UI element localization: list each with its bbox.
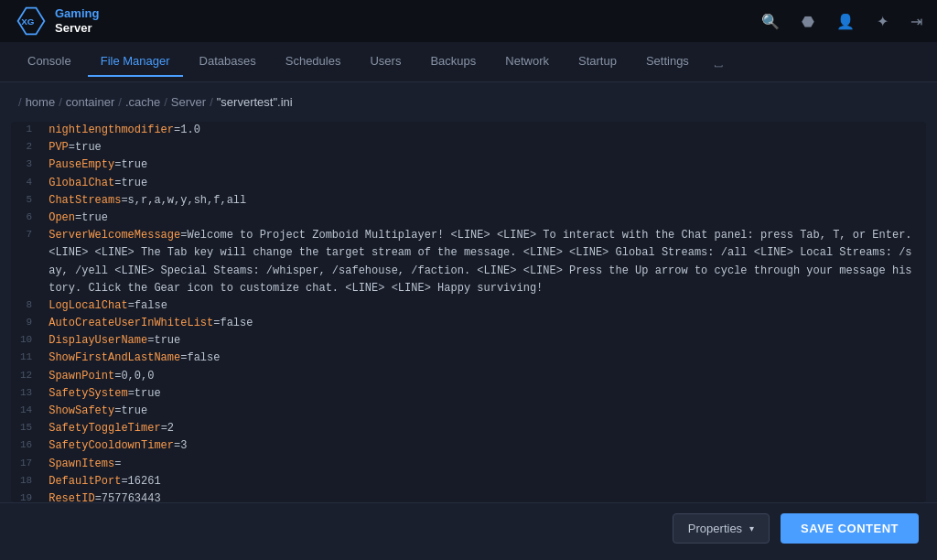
table-row: 8LogLocalChat=false — [11, 297, 926, 315]
line-content: PVP=true — [45, 139, 926, 156]
table-row: 4GlobalChat=true — [11, 175, 926, 192]
external-link-icon[interactable]: ⎵ — [705, 48, 731, 77]
line-content: ServerWelcomeMessage=Welcome to Project … — [45, 227, 926, 297]
code-table: 1nightlengthmodifier=1.02PVP=true3PauseE… — [11, 122, 926, 502]
breadcrumb: / home / container / .cache / Server / "… — [0, 82, 937, 122]
tab-settings[interactable]: Settings — [633, 47, 702, 77]
tab-startup[interactable]: Startup — [565, 47, 630, 77]
breadcrumb-root-sep: / — [18, 95, 22, 109]
table-row: 12SpawnPoint=0,0,0 — [11, 368, 926, 385]
network-icon[interactable]: ✦ — [877, 13, 889, 30]
footer: Properties ▾ SAVE CONTENT — [0, 502, 937, 554]
line-number: 9 — [11, 315, 45, 332]
line-content: DisplayUserName=true — [45, 332, 926, 350]
table-row: 10DisplayUserName=true — [11, 332, 926, 350]
breadcrumb-server[interactable]: Server — [171, 95, 206, 109]
logo: XG Gaming Server — [15, 5, 99, 38]
line-number: 12 — [11, 368, 45, 385]
line-number: 14 — [11, 403, 45, 420]
breadcrumb-cache[interactable]: .cache — [125, 95, 160, 109]
table-row: 2PVP=true — [11, 139, 926, 156]
line-content: SpawnItems= — [45, 456, 926, 473]
line-number: 11 — [11, 350, 45, 367]
line-content: Open=true — [45, 210, 926, 227]
line-content: nightlengthmodifier=1.0 — [45, 122, 926, 139]
table-row: 11ShowFirstAndLastName=false — [11, 350, 926, 367]
line-number: 13 — [11, 385, 45, 403]
line-number: 16 — [11, 437, 45, 455]
line-number: 3 — [11, 156, 45, 174]
table-row: 7ServerWelcomeMessage=Welcome to Project… — [11, 227, 926, 297]
table-row: 6Open=true — [11, 210, 926, 227]
line-content: DefaultPort=16261 — [45, 473, 926, 490]
table-row: 1nightlengthmodifier=1.0 — [11, 122, 926, 139]
table-row: 17SpawnItems= — [11, 456, 926, 473]
line-number: 7 — [11, 227, 45, 297]
line-number: 15 — [11, 420, 45, 437]
line-number: 2 — [11, 139, 45, 156]
line-content: ChatStreams=s,r,a,w,y,sh,f,all — [45, 192, 926, 210]
svg-text:XG: XG — [21, 16, 35, 27]
tab-console[interactable]: Console — [15, 47, 84, 77]
breadcrumb-home[interactable]: home — [26, 95, 56, 109]
tab-file-manager[interactable]: File Manager — [88, 47, 183, 77]
top-navbar: XG Gaming Server 🔍 ⬣ 👤 ✦ ⇥ — [0, 0, 937, 42]
line-content: LogLocalChat=false — [45, 297, 926, 315]
tab-users[interactable]: Users — [357, 47, 414, 77]
table-row: 13SafetySystem=true — [11, 385, 926, 403]
line-number: 6 — [11, 210, 45, 227]
line-content: SafetySystem=true — [45, 385, 926, 403]
line-content: ShowFirstAndLastName=false — [45, 350, 926, 367]
search-icon[interactable]: 🔍 — [761, 13, 780, 30]
line-content: GlobalChat=true — [45, 175, 926, 192]
line-number: 17 — [11, 456, 45, 473]
table-row: 9AutoCreateUserInWhiteList=false — [11, 315, 926, 332]
editor-scroll-area[interactable]: 1nightlengthmodifier=1.02PVP=true3PauseE… — [11, 122, 926, 502]
tab-databases[interactable]: Databases — [187, 47, 269, 77]
line-number: 18 — [11, 473, 45, 490]
line-content: ResetID=757763443 — [45, 490, 926, 502]
tab-network[interactable]: Network — [492, 47, 562, 77]
secondary-navbar: Console File Manager Databases Schedules… — [0, 42, 937, 82]
user-icon[interactable]: 👤 — [836, 13, 855, 30]
save-content-button[interactable]: SAVE CONTENT — [781, 513, 919, 544]
line-content: PauseEmpty=true — [45, 156, 926, 174]
line-content: AutoCreateUserInWhiteList=false — [45, 315, 926, 332]
line-content: SpawnPoint=0,0,0 — [45, 368, 926, 385]
file-editor: 1nightlengthmodifier=1.02PVP=true3PauseE… — [11, 122, 926, 502]
chevron-down-icon: ▾ — [749, 523, 754, 533]
line-number: 5 — [11, 192, 45, 210]
breadcrumb-container[interactable]: container — [66, 95, 114, 109]
line-number: 10 — [11, 332, 45, 350]
logo-text: Gaming Server — [55, 6, 99, 35]
logout-icon[interactable]: ⇥ — [910, 13, 922, 30]
tab-backups[interactable]: Backups — [417, 47, 489, 77]
breadcrumb-file: "servertest".ini — [217, 95, 293, 109]
table-row: 5ChatStreams=s,r,a,w,y,sh,f,all — [11, 192, 926, 210]
table-row: 19ResetID=757763443 — [11, 490, 926, 502]
line-number: 4 — [11, 175, 45, 192]
layers-icon[interactable]: ⬣ — [802, 13, 814, 30]
line-content: SafetyCooldownTimer=3 — [45, 437, 926, 455]
table-row: 16SafetyCooldownTimer=3 — [11, 437, 926, 455]
top-nav-icons: 🔍 ⬣ 👤 ✦ ⇥ — [761, 13, 922, 30]
tab-schedules[interactable]: Schedules — [273, 47, 354, 77]
line-number: 1 — [11, 122, 45, 139]
table-row: 3PauseEmpty=true — [11, 156, 926, 174]
line-content: ShowSafety=true — [45, 403, 926, 420]
line-number: 8 — [11, 297, 45, 315]
table-row: 14ShowSafety=true — [11, 403, 926, 420]
table-row: 18DefaultPort=16261 — [11, 473, 926, 490]
line-number: 19 — [11, 490, 45, 502]
line-content: SafetyToggleTimer=2 — [45, 420, 926, 437]
table-row: 15SafetyToggleTimer=2 — [11, 420, 926, 437]
properties-label: Properties — [688, 522, 742, 535]
properties-button[interactable]: Properties ▾ — [673, 513, 770, 544]
